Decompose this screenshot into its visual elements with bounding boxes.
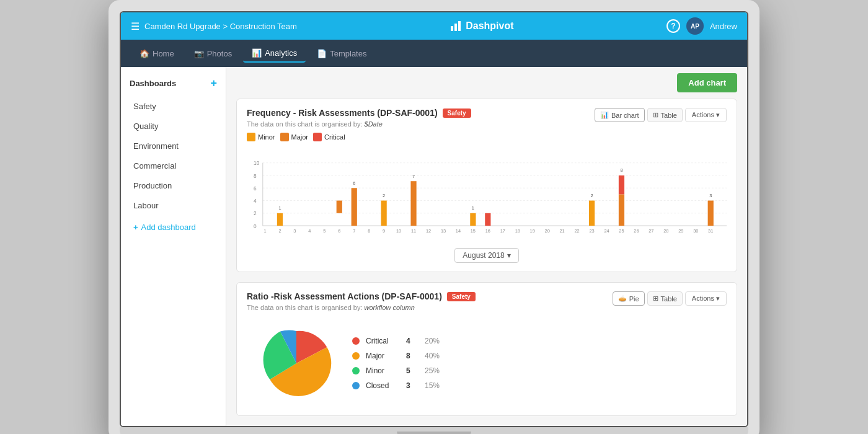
app-name: Dashpivot	[466, 20, 513, 32]
photos-icon: 📷	[194, 49, 204, 58]
pie-chart-title-row: Ratio -Risk Assessment Actions (DP-SAF-0…	[247, 291, 613, 301]
pie-chart-title: Ratio -Risk Assessment Actions (DP-SAF-0…	[247, 291, 442, 301]
bar-chart-actions-btn[interactable]: Actions ▾	[685, 108, 727, 122]
svg-text:31: 31	[708, 228, 713, 234]
date-selector: August 2018 ▾	[247, 248, 727, 263]
legend-major: Major	[280, 133, 309, 141]
pie-closed-label: Closed	[366, 381, 400, 390]
pie-major-label: Major	[366, 352, 400, 360]
avatar: AP	[686, 17, 704, 35]
hamburger-icon[interactable]: ☰	[131, 20, 140, 32]
content-header: Add chart	[226, 67, 747, 99]
bar-chart-subtitle: The data on this chart is organised by: …	[247, 120, 595, 128]
svg-rect-2	[458, 21, 461, 31]
logo-icon	[450, 20, 462, 32]
bar-chart-container: 10 8 6 4 2 0	[247, 151, 727, 243]
pie-legend-closed: Closed 3 15%	[352, 381, 440, 390]
add-chart-button[interactable]: Add chart	[677, 73, 737, 92]
pie-critical-label: Critical	[366, 337, 400, 345]
add-dashboard-button[interactable]: + Add dashboard	[125, 218, 222, 237]
sidebar-item-labour[interactable]: Labour	[125, 196, 222, 215]
pie-chart-meta: Ratio -Risk Assessment Actions (DP-SAF-0…	[247, 291, 613, 316]
sidebar-item-production[interactable]: Production	[125, 176, 222, 195]
svg-text:8: 8	[368, 228, 370, 234]
bar-chart-header: Frequency - Risk Assessments (DP-SAF-000…	[247, 108, 727, 148]
bar-chart-legend: Minor Major Critical	[247, 133, 595, 141]
svg-text:26: 26	[634, 228, 639, 234]
sidebar-item-quality[interactable]: Quality	[125, 117, 222, 136]
sidebar-item-commercial[interactable]: Commercial	[125, 156, 222, 175]
pie-minor-pct: 25%	[425, 366, 440, 375]
pie-chart-header: Ratio -Risk Assessment Actions (DP-SAF-0…	[247, 291, 727, 316]
user-area: ? AP Andrew	[666, 17, 737, 35]
bar-chart-badge: Safety	[443, 108, 471, 118]
pie-critical-dot	[352, 337, 360, 345]
svg-text:8: 8	[254, 173, 257, 179]
templates-icon: 📄	[317, 49, 327, 58]
pie-minor-label: Minor	[366, 366, 400, 375]
dropdown-arrow-icon: ▾	[507, 251, 511, 260]
pie-legend-minor: Minor 5 25%	[352, 366, 440, 375]
svg-text:19: 19	[530, 228, 535, 234]
pie-closed-count: 3	[406, 381, 418, 390]
svg-text:4: 4	[308, 228, 311, 234]
add-dashboard-icon: +	[133, 223, 138, 232]
bar-chart-view-btn[interactable]: 📊 Bar chart	[595, 108, 645, 122]
legend-minor-label: Minor	[258, 133, 275, 141]
svg-rect-23	[410, 181, 416, 226]
svg-text:20: 20	[545, 228, 550, 234]
svg-text:5: 5	[323, 228, 326, 234]
nav-templates[interactable]: 📄 Templates	[308, 45, 375, 62]
bar-table-view-btn[interactable]: ⊞ Table	[647, 108, 683, 122]
svg-text:29: 29	[678, 228, 683, 234]
legend-critical-dot	[313, 133, 322, 141]
pie-closed-dot	[352, 382, 360, 389]
sidebar-add-icon[interactable]: +	[210, 77, 217, 90]
nav-home[interactable]: 🏠 Home	[131, 45, 183, 62]
sidebar-item-safety[interactable]: Safety	[125, 97, 222, 116]
svg-text:0: 0	[254, 223, 257, 229]
breadcrumb-area: ☰ Camden Rd Upgrade > Construction Team	[131, 20, 297, 32]
svg-text:2: 2	[383, 193, 385, 198]
pie-table-view-btn[interactable]: ⊞ Table	[647, 291, 683, 306]
svg-text:23: 23	[589, 228, 594, 234]
pie-major-pct: 40%	[425, 352, 440, 360]
pie-chart-section: Critical 4 20% Major 8 40%	[247, 320, 727, 407]
sidebar-item-environment[interactable]: Environment	[125, 136, 222, 156]
pie-legend-major: Major 8 40%	[352, 352, 440, 360]
svg-rect-19	[352, 188, 357, 226]
legend-minor-dot	[247, 133, 255, 141]
pie-chart-svg	[259, 326, 334, 401]
date-select-button[interactable]: August 2018 ▾	[454, 248, 518, 263]
legend-critical-label: Critical	[324, 133, 345, 141]
svg-text:1: 1	[278, 205, 281, 211]
pie-view-btn[interactable]: 🥧 Pie	[613, 291, 645, 306]
svg-text:28: 28	[663, 228, 668, 234]
pie-chart-subtitle: The data on this chart is organised by: …	[247, 304, 613, 311]
bar-chart-svg: 10 8 6 4 2 0	[247, 154, 727, 241]
svg-text:22: 22	[574, 228, 579, 234]
svg-text:10: 10	[396, 228, 401, 234]
svg-text:1: 1	[264, 228, 266, 234]
pie-chart-actions: 🥧 Pie ⊞ Table Actions ▾	[613, 291, 727, 306]
svg-text:2: 2	[590, 193, 593, 198]
nav-analytics[interactable]: 📊 Analytics	[243, 45, 306, 63]
svg-text:1: 1	[472, 205, 474, 211]
sidebar-title: Dashboards	[130, 79, 176, 88]
svg-text:24: 24	[604, 228, 609, 234]
svg-text:27: 27	[649, 228, 653, 234]
svg-rect-16	[277, 213, 283, 226]
nav-bar: 🏠 Home 📷 Photos 📊 Analytics 📄 Templates	[121, 40, 747, 67]
help-icon[interactable]: ?	[666, 19, 680, 33]
pie-minor-count: 5	[406, 366, 418, 375]
svg-text:3: 3	[709, 193, 712, 198]
svg-text:11: 11	[411, 228, 416, 234]
bar-chart-meta: Frequency - Risk Assessments (DP-SAF-000…	[247, 108, 595, 148]
bar-chart-card: Frequency - Risk Assessments (DP-SAF-000…	[236, 99, 737, 272]
pie-chart-actions-btn[interactable]: Actions ▾	[685, 291, 727, 306]
nav-photos[interactable]: 📷 Photos	[185, 45, 241, 62]
svg-text:7: 7	[412, 174, 415, 179]
breadcrumb: Camden Rd Upgrade > Construction Team	[144, 22, 297, 31]
bar-chart-icon: 📊	[600, 111, 609, 119]
svg-text:6: 6	[338, 228, 340, 234]
